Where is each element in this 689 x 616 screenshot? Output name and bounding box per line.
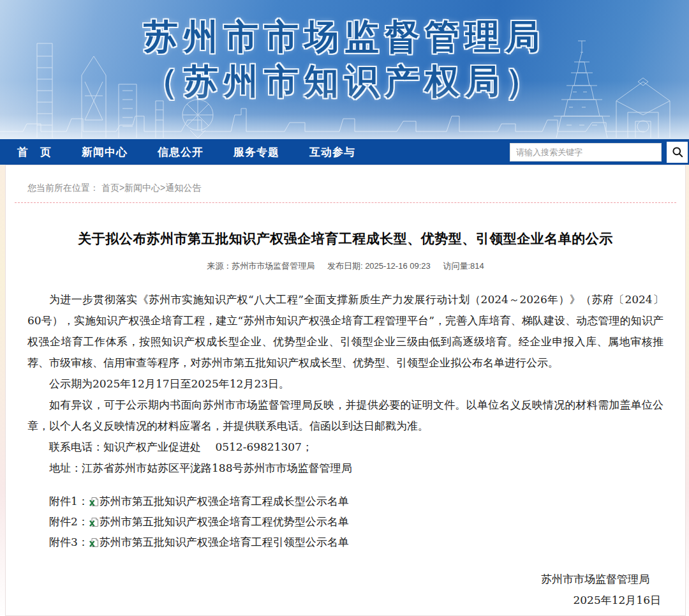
breadcrumb-divider <box>15 202 676 203</box>
search-icon <box>672 146 683 158</box>
article-meta: 来源：苏州市市场监督管理局 发布日期: 2025-12-16 09:23 访问量… <box>27 260 663 272</box>
meta-source: 来源：苏州市市场监督管理局 <box>207 261 315 271</box>
excel-file-icon <box>89 537 99 548</box>
signature-date: 2025年12月16日 <box>27 590 663 611</box>
attachment-link-growth[interactable]: 苏州市第五批知识产权强企培育工程成长型公示名单 <box>100 495 349 507</box>
search-input[interactable] <box>510 143 662 162</box>
main-nav: 首 页 新闻中心 信息公开 服务专题 互动参与 <box>0 139 689 165</box>
article-body: 为进一步贯彻落实《苏州市实施知识产权“八大工程”全面支撑新质生产力发展行动计划（… <box>27 289 663 479</box>
attachment-row: 附件2：苏州市第五批知识产权强企培育工程优势型公示名单 <box>27 511 663 532</box>
signature-org: 苏州市市场监督管理局 <box>27 569 663 590</box>
attachment-row: 附件3：苏州市第五批知识产权强企培育工程引领型公示名单 <box>27 532 663 552</box>
attachment-label: 附件2： <box>49 515 89 528</box>
site-title-line1: 苏州市市场监督管理局 <box>0 14 689 59</box>
paragraph-period: 公示期为2025年12月17日至2025年12月23日。 <box>27 373 663 394</box>
nav-item-info-disclosure[interactable]: 信息公开 <box>158 145 204 160</box>
breadcrumb: 您当前所在位置： 首页>新闻中心>通知公告 <box>6 165 685 202</box>
paragraph-phone: 联系电话：知识产权产业促进处 0512-69821307； <box>27 437 663 458</box>
attachment-link-advantage[interactable]: 苏州市第五批知识产权强企培育工程优势型公示名单 <box>100 515 349 528</box>
site-banner: 苏州市市场监督管理局 （苏州市知识产权局） <box>0 0 689 139</box>
article: 关于拟公布苏州市第五批知识产权强企培育工程成长型、优势型、引领型企业名单的公示 … <box>6 229 685 611</box>
nav-item-home[interactable]: 首 页 <box>17 145 52 160</box>
excel-file-icon <box>89 517 99 527</box>
content-container: 您当前所在位置： 首页>新闻中心>通知公告 关于拟公布苏州市第五批知识产权强企培… <box>5 165 686 616</box>
site-title: 苏州市市场监督管理局 （苏州市知识产权局） <box>0 14 689 103</box>
search-box <box>510 142 688 163</box>
paragraph-objection: 如有异议，可于公示期内书面向苏州市市场监督管理局反映，并提供必要的证明文件。以单… <box>27 394 663 437</box>
breadcrumb-path[interactable]: 首页>新闻中心>通知公告 <box>101 183 201 193</box>
article-title: 关于拟公布苏州市第五批知识产权强企培育工程成长型、优势型、引领型企业名单的公示 <box>27 229 663 248</box>
nav-item-service-topics[interactable]: 服务专题 <box>233 145 279 160</box>
nav-item-interaction[interactable]: 互动参与 <box>309 145 355 160</box>
paragraph-intro: 为进一步贯彻落实《苏州市实施知识产权“八大工程”全面支撑新质生产力发展行动计划（… <box>27 289 663 373</box>
nav-item-news-center[interactable]: 新闻中心 <box>82 145 128 160</box>
attachments: 附件1：苏州市第五批知识产权强企培育工程成长型公示名单 附件2：苏州市第五批知识… <box>27 491 663 552</box>
attachment-row: 附件1：苏州市第五批知识产权强企培育工程成长型公示名单 <box>27 491 663 511</box>
site-title-line2: （苏州市知识产权局） <box>0 59 689 103</box>
signature: 苏州市市场监督管理局 2025年12月16日 <box>27 569 663 611</box>
search-button[interactable] <box>667 142 688 163</box>
meta-date: 发布日期: 2025-12-16 09:23 <box>327 261 431 271</box>
excel-file-icon <box>89 497 99 507</box>
attachment-link-leading[interactable]: 苏州市第五批知识产权强企培育工程引领型公示名单 <box>100 536 349 548</box>
meta-views: 访问量:814 <box>443 261 484 271</box>
paragraph-address: 地址：江苏省苏州市姑苏区平泷路188号苏州市市场监督管理局 <box>27 458 663 479</box>
page: 苏州市市场监督管理局 （苏州市知识产权局） 首 页 新闻中心 信息公开 服务专题… <box>0 0 689 616</box>
attachment-label: 附件1： <box>49 495 89 507</box>
breadcrumb-label: 您当前所在位置： <box>27 183 99 193</box>
attachment-label: 附件3： <box>49 536 89 548</box>
